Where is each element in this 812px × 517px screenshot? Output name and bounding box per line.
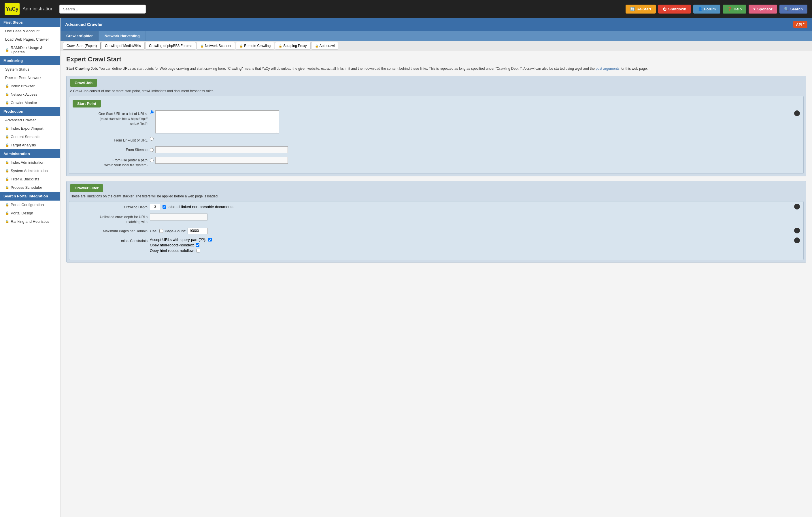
lock-icon: 🔒 [5,84,9,88]
link-list-radio[interactable] [150,137,153,141]
logo: YaCy [5,3,20,15]
sidebar-item-system-status[interactable]: System Status [0,65,60,74]
page-header-title: Advanced Crawler [65,22,103,27]
sub-tab-network-scanner[interactable]: 🔒 Network Scanner [197,42,235,50]
crawling-depth-info-icon[interactable]: i [794,204,800,209]
max-pages-info-icon[interactable]: i [794,228,800,233]
sitemap-row: From Sitemap [72,146,800,153]
tab-crawler-spider[interactable]: Crawler/Spider [60,31,99,41]
sidebar-item-use-case[interactable]: Use Case & Account [0,27,60,35]
also-non-parsable-checkbox[interactable] [163,205,166,209]
sub-tab-bar: Crawl Start (Expert) Crawling of MediaWi… [60,41,812,51]
sidebar-item-ranking-heuristics[interactable]: 🔒 Ranking and Heuristics [0,217,60,226]
post-arguments-link[interactable]: post arguments [596,66,619,70]
crawler-filter-button[interactable]: Crawler Filter [70,184,103,192]
sidebar-item-index-browser[interactable]: 🔒 Index Browser [0,82,60,90]
robots-noindex-checkbox[interactable] [196,243,199,247]
sidebar-item-network-access[interactable]: 🔒 Network Access [0,90,60,98]
sidebar-label: Portal Design [11,211,33,215]
misc-constraints-info-icon[interactable]: i [794,237,800,243]
sidebar-label: Network Access [11,92,37,96]
search-icon: 🔍 [784,7,789,11]
main-layout: First Steps Use Case & Account Load Web … [0,18,812,517]
start-url-radio[interactable] [150,110,153,114]
help-button[interactable]: ❓ Help [723,5,746,13]
start-url-label: One Start URL or a list of URLs: (must s… [72,110,148,126]
sidebar-item-process-scheduler[interactable]: 🔒 Process Scheduler [0,183,60,192]
sitemap-input[interactable] [155,146,288,153]
robots-nofollow-checkbox[interactable] [196,249,200,253]
lock-icon: 🔒 [5,48,9,52]
lock-icon: 🔒 [5,177,9,181]
lock-icon: 🔒 [5,185,9,189]
lock-icon: 🔒 [5,101,9,105]
crawler-filter-description: These are limitations on the crawl stack… [66,194,806,201]
sidebar-item-index-admin[interactable]: 🔒 Index Administration [0,158,60,167]
search-button[interactable]: 🔍 Search [779,5,807,13]
tab-network-harvesting[interactable]: Network Harvesting [99,31,146,41]
restart-button[interactable]: 🔄 Re-Start [626,5,656,13]
sidebar-item-portal-config[interactable]: 🔒 Portal Configuration [0,201,60,209]
sidebar-item-crawler-monitor[interactable]: 🔒 Crawler Monitor [0,98,60,107]
sub-tab-autocrawl[interactable]: 🔒 Autocrawl [311,42,339,50]
sidebar-label: Crawler Monitor [11,100,37,105]
start-url-info-icon[interactable]: i [794,110,800,116]
sidebar-item-ram-disk[interactable]: 🔒 RAM/Disk Usage & Updates [0,44,60,56]
logo-area: YaCy Administration [5,3,54,15]
use-max-pages-checkbox[interactable] [160,229,163,233]
use-label: Use: [150,229,157,233]
accept-query-checkbox[interactable] [208,238,212,241]
page-header-bar: Advanced Crawler API [60,18,812,31]
start-url-textarea[interactable] [155,110,279,134]
sidebar-item-system-admin[interactable]: 🔒 System Administration [0,167,60,175]
sidebar-item-peer-to-peer[interactable]: Peer-to-Peer Network [0,74,60,82]
crawl-job-button[interactable]: Crawl Job [70,79,97,87]
robots-noindex-row: Obey html-robots-noindex: [150,243,789,247]
api-badge[interactable]: API [793,21,807,28]
main-content: Advanced Crawler API Crawler/Spider Netw… [60,18,812,517]
start-url-control [150,110,789,134]
page-description: Start Crawling Job: You can define URLs … [66,66,806,71]
lock-icon: 🔒 [5,211,9,215]
sub-tab-crawl-start-expert[interactable]: Crawl Start (Expert) [63,42,100,50]
sidebar-item-content-semantic[interactable]: 🔒 Content Semantic [0,133,60,141]
sidebar-item-index-export[interactable]: 🔒 Index Export/Import [0,124,60,133]
admin-title: Administration [23,6,54,12]
sitemap-radio[interactable] [150,148,153,152]
sidebar-item-target-analysis[interactable]: 🔒 Target Analysis [0,141,60,149]
header: YaCy Administration 🔄 Re-Start ⏻ Shutdow… [0,0,812,18]
sub-tab-remote-crawling[interactable]: 🔒 Remote Crawling [236,42,274,50]
sidebar-section-production: Production [0,107,60,116]
sidebar: First Steps Use Case & Account Load Web … [0,18,60,517]
sidebar-item-load-web-pages[interactable]: Load Web Pages, Crawler [0,35,60,44]
unlimited-depth-input[interactable] [150,213,207,221]
shutdown-button[interactable]: ⏻ Shutdown [658,5,691,13]
lock-icon: 🔒 [200,45,204,48]
search-bar-container [59,5,146,13]
lock-icon: 🔒 [279,45,282,48]
search-input[interactable] [59,5,146,13]
start-point-button[interactable]: Start Point [72,100,101,108]
sidebar-item-portal-design[interactable]: 🔒 Portal Design [0,209,60,217]
unlimited-depth-row: Unlimited crawl depth for URLsmatching w… [72,213,800,225]
sub-tab-scraping-proxy[interactable]: 🔒 Scraping Proxy [275,42,310,50]
forum-button[interactable]: 👤 Forum [693,5,720,13]
page-count-input[interactable] [187,228,208,234]
misc-constraints-row: misc. Constraints Accept URLs with query… [72,237,800,254]
power-icon: ⏻ [663,7,666,11]
help-icon: ❓ [727,7,732,11]
sponsor-button[interactable]: ♥ Sponsor [749,5,777,13]
sidebar-item-filter-blacklists[interactable]: 🔒 Filter & Blacklists [0,175,60,183]
lock-icon: 🔒 [5,203,9,207]
sidebar-label: Ranking and Heuristics [11,219,49,224]
file-radio[interactable] [150,159,153,162]
robots-nofollow-label: Obey html-robots-nofollow: [150,249,195,253]
sub-tab-crawling-phpbb3[interactable]: Crawling of phpBB3 Forums [145,42,196,50]
max-pages-control: Use: Page-Count: [150,228,789,234]
sidebar-label: Index Export/Import [11,126,43,131]
sidebar-item-advanced-crawler[interactable]: Advanced Crawler [0,116,60,124]
crawl-job-description: A Crawl Job consist of one or more start… [66,89,806,96]
crawling-depth-input[interactable] [150,204,160,210]
file-input[interactable] [155,157,288,164]
sub-tab-crawling-mediawikis[interactable]: Crawling of MediaWikis [101,42,145,50]
